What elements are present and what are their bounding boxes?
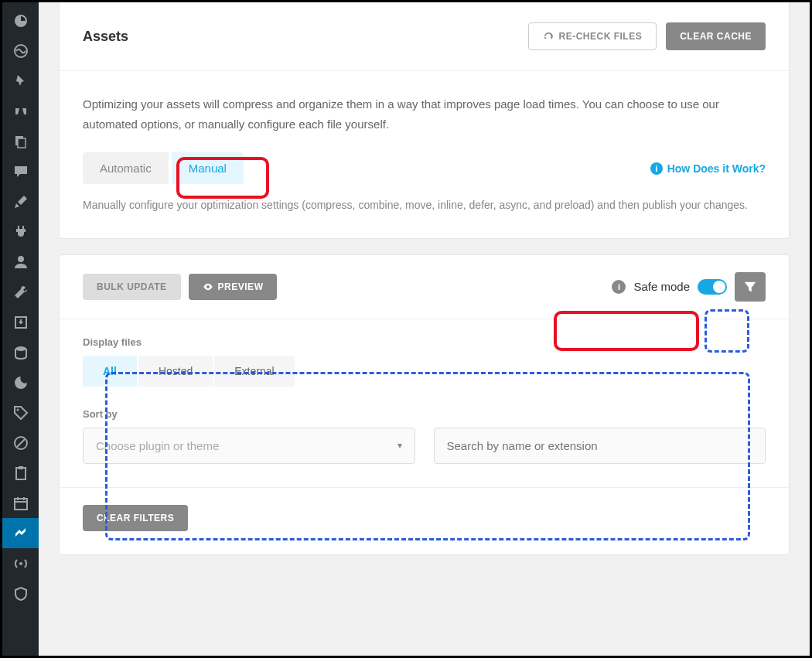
svg-rect-2 xyxy=(18,138,26,148)
svg-rect-9 xyxy=(19,466,23,469)
safe-mode-group: i Safe mode xyxy=(612,279,727,295)
database-icon[interactable] xyxy=(2,337,39,367)
filter-tab-all[interactable]: All xyxy=(83,356,137,387)
hummingbird-icon[interactable] xyxy=(2,518,39,548)
bulk-update-button[interactable]: BULK UPDATE xyxy=(83,274,181,300)
filter-button[interactable] xyxy=(735,272,766,302)
dashboard-icon[interactable] xyxy=(2,5,39,36)
info-icon: i xyxy=(650,162,663,175)
svg-rect-8 xyxy=(16,468,26,479)
sort-by-label: Sort by xyxy=(83,408,766,420)
chevron-down-icon: ▾ xyxy=(397,440,402,451)
svg-point-5 xyxy=(15,346,26,351)
page-header: Assets RE-CHECK FILES CLEAR CACHE xyxy=(60,2,789,71)
safe-mode-toggle[interactable] xyxy=(698,279,727,295)
page-description: Optimizing your assets will compress and… xyxy=(83,94,766,134)
moon-icon[interactable] xyxy=(2,367,39,397)
jetpack-icon[interactable] xyxy=(2,96,39,126)
display-files-tabs: All Hosted External xyxy=(83,356,766,387)
safe-mode-label: Safe mode xyxy=(633,280,690,293)
manual-description: Manually configure your optimization set… xyxy=(83,196,766,215)
pin-icon[interactable] xyxy=(2,66,39,96)
how-does-it-work-link[interactable]: i How Does it Work? xyxy=(650,162,766,175)
display-files-label: Display files xyxy=(83,336,766,348)
defender-icon[interactable] xyxy=(2,578,39,609)
users-icon[interactable] xyxy=(2,247,39,277)
clear-cache-button[interactable]: CLEAR CACHE xyxy=(666,22,766,50)
eye-icon xyxy=(203,281,213,292)
admin-sidebar xyxy=(2,2,39,656)
comments-icon[interactable] xyxy=(2,156,39,186)
info-icon[interactable]: i xyxy=(612,280,626,294)
page-title: Assets xyxy=(83,29,128,45)
tag-icon[interactable] xyxy=(2,397,39,428)
filter-tab-hosted[interactable]: Hosted xyxy=(138,356,213,387)
tools-icon[interactable] xyxy=(2,277,39,307)
pages-icon[interactable] xyxy=(2,126,39,156)
clear-filters-button[interactable]: CLEAR FILTERS xyxy=(83,505,188,531)
import-icon[interactable] xyxy=(2,307,39,337)
refresh-icon xyxy=(543,31,554,42)
broadcast-icon[interactable] xyxy=(2,548,39,578)
mode-tabs: Automatic Manual xyxy=(83,152,244,184)
recheck-files-button[interactable]: RE-CHECK FILES xyxy=(528,22,657,50)
plugins-icon[interactable] xyxy=(2,216,39,247)
tab-automatic[interactable]: Automatic xyxy=(83,152,169,184)
meta-icon[interactable] xyxy=(2,36,39,66)
tab-manual[interactable]: Manual xyxy=(172,152,244,184)
svg-point-6 xyxy=(16,408,19,411)
funnel-icon xyxy=(743,280,757,294)
svg-point-3 xyxy=(18,256,24,262)
preview-button[interactable]: PREVIEW xyxy=(189,274,278,300)
clipboard-icon[interactable] xyxy=(2,458,39,488)
filters-panel: Display files All Hosted External Sort b… xyxy=(60,319,789,487)
plugin-theme-select[interactable]: Choose plugin or theme ▾ xyxy=(83,428,415,464)
shield-icon[interactable] xyxy=(2,428,39,458)
brush-icon[interactable] xyxy=(2,186,39,216)
svg-rect-10 xyxy=(15,499,27,510)
filter-tab-external[interactable]: External xyxy=(214,356,294,387)
calendar-icon[interactable] xyxy=(2,488,39,518)
search-input[interactable] xyxy=(434,428,766,464)
svg-point-11 xyxy=(19,562,22,565)
